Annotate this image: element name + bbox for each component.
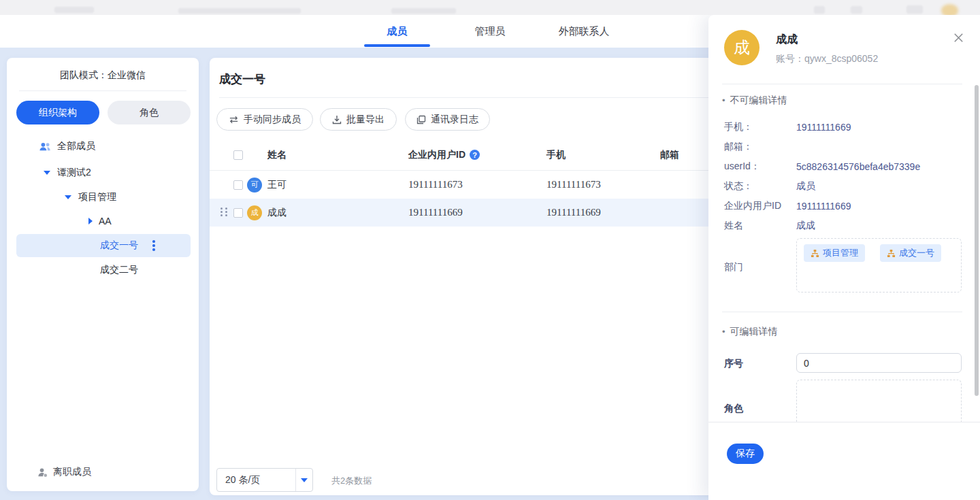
field-row: 状态： 成员 (708, 176, 980, 196)
avatar: 成 (247, 205, 262, 220)
sync-arrows-icon (229, 116, 239, 124)
field-value: 19111111669 (796, 122, 851, 133)
select-all-checkbox[interactable] (233, 150, 243, 160)
tab-members[interactable]: 成员 (364, 15, 430, 48)
avatar: 成 (724, 30, 760, 65)
caret-right-icon[interactable] (88, 218, 93, 224)
button-label: 手动同步成员 (244, 114, 301, 126)
member-detail-drawer: 成 成成 账号：qywx_8csp06052 不可编辑详情 手机： 191111… (708, 15, 980, 500)
log-copy-icon (416, 115, 426, 124)
field-row: 企业内用户ID 19111111669 (708, 196, 980, 216)
tab-external-contacts[interactable]: 外部联系人 (548, 15, 620, 48)
close-icon (952, 31, 965, 44)
divider (708, 422, 980, 422)
faint-nav-text (391, 8, 456, 14)
tree-item-label: 成交二号 (100, 264, 138, 276)
column-header-name: 姓名 (267, 149, 287, 161)
total-count-text: 共2条数据 (331, 475, 372, 487)
tree-item-chengjiao-1[interactable]: 成交一号 (16, 234, 191, 257)
row-checkbox[interactable] (233, 208, 243, 218)
tree-item-aa[interactable]: AA (16, 210, 191, 233)
member-account: 账号：qywx_8csp06052 (776, 53, 878, 65)
department-label: 部门 (724, 261, 743, 273)
members-group-icon (39, 141, 52, 152)
field-row: 邮箱： (708, 137, 980, 156)
top-strip (0, 0, 980, 15)
department-tag[interactable]: 项目管理 (804, 244, 865, 262)
org-chart-icon (887, 249, 896, 258)
divider (722, 84, 962, 84)
chevron-down-icon (301, 478, 308, 482)
member-name: 成成 (267, 207, 287, 219)
batch-export-button[interactable]: 批量导出 (320, 108, 397, 131)
field-label: 状态： (724, 180, 753, 193)
tree-item-tanceshi2[interactable]: 谭测试2 (16, 161, 191, 184)
avatar: 可 (247, 178, 262, 193)
tree-item-chengjiao-2[interactable]: 成交二号 (16, 259, 191, 282)
member-name: 王可 (267, 179, 287, 191)
member-name: 成成 (776, 33, 798, 47)
resigned-members-item[interactable]: 离职成员 (16, 461, 191, 484)
department-title: 成交一号 (219, 71, 265, 87)
caret-down-icon[interactable] (65, 195, 71, 199)
row-drag-handle-icon[interactable] (220, 207, 228, 216)
field-label: 手机： (724, 121, 753, 133)
role-picker[interactable] (796, 380, 962, 422)
field-row: userId： 5c8826314576befa4eb7339e (708, 156, 980, 176)
member-phone: 19111111669 (546, 207, 660, 218)
member-userid: 19111111669 (408, 207, 546, 218)
toggle-role[interactable]: 角色 (108, 101, 191, 124)
member-phone: 19111111673 (546, 179, 660, 190)
download-icon (332, 115, 342, 124)
faint-icon (851, 6, 862, 14)
tree-item-label: 谭测试2 (57, 167, 91, 179)
readonly-section-title: 不可编辑详情 (722, 95, 787, 107)
resigned-members-label: 离职成员 (53, 466, 91, 478)
manual-sync-button[interactable]: 手动同步成员 (216, 108, 313, 131)
save-button[interactable]: 保存 (727, 444, 764, 464)
field-label: 姓名 (724, 220, 743, 232)
contact-log-button[interactable]: 通讯录日志 (405, 108, 490, 131)
toggle-org-structure[interactable]: 组织架构 (16, 101, 99, 124)
tree-item-label: 项目管理 (78, 191, 116, 203)
divider (19, 90, 186, 91)
active-tab-underline (364, 44, 430, 47)
seq-input[interactable] (796, 353, 962, 373)
tree-item-label: AA (99, 216, 112, 227)
department-picker[interactable]: 项目管理 成交一号 (796, 238, 962, 293)
faint-logo (54, 7, 94, 13)
tree-item-project-mgmt[interactable]: 项目管理 (16, 186, 191, 209)
help-icon[interactable]: ? (470, 150, 480, 160)
close-button[interactable] (949, 29, 967, 46)
drawer-scrollbar[interactable] (975, 85, 979, 396)
department-tag[interactable]: 成交一号 (880, 244, 941, 262)
page-size-value: 20 条/页 (217, 474, 295, 486)
row-checkbox[interactable] (233, 180, 243, 190)
field-label: 企业内用户ID (724, 200, 781, 212)
button-label: 批量导出 (346, 114, 385, 126)
tab-label: 外部联系人 (559, 25, 610, 38)
tree-item-more-menu-icon[interactable] (150, 238, 157, 253)
tab-label: 管理员 (475, 25, 506, 38)
column-header-email: 邮箱 (660, 149, 679, 160)
seq-label: 序号 (724, 358, 743, 370)
editable-section-title: 可编辑详情 (722, 326, 778, 338)
field-value: 5c8826314576befa4eb7339e (796, 161, 920, 172)
team-mode-title: 团队模式：企业微信 (7, 69, 199, 82)
role-label: 角色 (724, 403, 743, 415)
department-tag-label: 项目管理 (823, 247, 858, 259)
tree-item-label: 全部成员 (57, 140, 95, 152)
tab-admins[interactable]: 管理员 (463, 15, 517, 48)
faint-avatar (941, 4, 958, 15)
member-userid: 19111111673 (408, 179, 546, 190)
page-size-select[interactable]: 20 条/页 (216, 468, 313, 492)
resigned-person-icon (37, 467, 48, 478)
tree-item-all-members[interactable]: 全部成员 (16, 135, 191, 158)
faint-nav-text (178, 8, 301, 14)
field-label: 邮箱： (724, 141, 753, 153)
caret-down-icon[interactable] (44, 171, 50, 175)
org-sidebar: 团队模式：企业微信 组织架构 角色 全部成员 谭测试2 项目管理 AA 成交一号… (7, 58, 199, 491)
divider (722, 312, 962, 312)
field-value: 19111111669 (796, 201, 851, 212)
tree-item-label: 成交一号 (100, 239, 138, 252)
